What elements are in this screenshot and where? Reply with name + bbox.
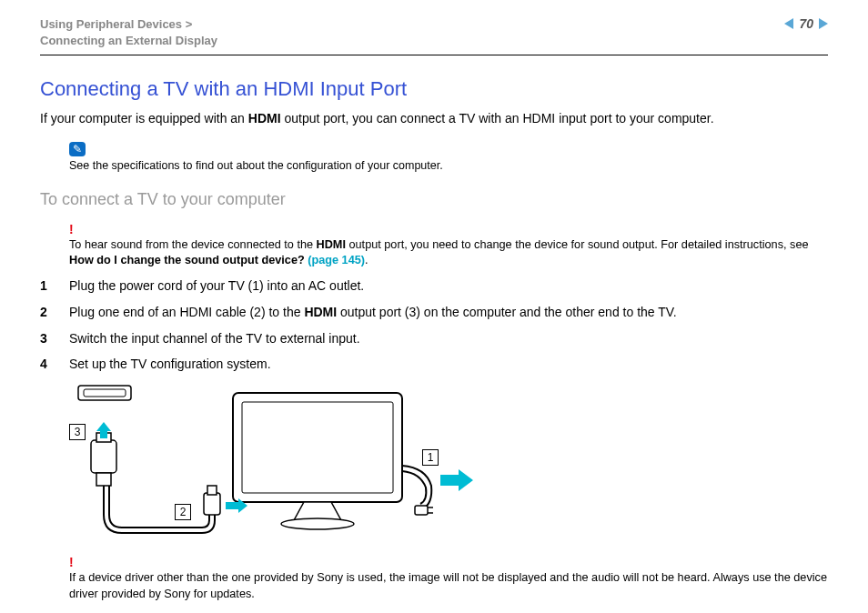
hdmi-cable-icon [104, 486, 215, 533]
intro-paragraph: If your computer is equipped with an HDM… [40, 110, 828, 127]
hdmi-plug-icon [91, 433, 116, 486]
arrow-right-icon [440, 469, 473, 491]
tv-monitor-icon [233, 393, 402, 529]
step-3: 3 Switch the input channel of the TV to … [40, 330, 828, 347]
step-4: 4 Set up the TV configuration system. [40, 356, 828, 373]
note-text: See the specifications to find out about… [69, 158, 828, 173]
breadcrumb-line2: Connecting an External Display [40, 33, 217, 49]
step-number: 4 [40, 356, 53, 373]
note-icon: ✎ [69, 142, 86, 156]
svg-rect-1 [84, 389, 126, 397]
step-text: Plug one end of an HDMI cable (2) to the… [69, 304, 677, 321]
hdmi-port-icon [78, 386, 131, 400]
step-number: 2 [40, 304, 53, 321]
page-header: Using Peripheral Devices > Connecting an… [40, 16, 828, 55]
step-text: Switch the input channel of the TV to ex… [69, 330, 360, 347]
intro-bold: HDMI [248, 111, 281, 126]
svg-rect-2 [91, 440, 116, 473]
svg-rect-8 [242, 402, 393, 493]
warning-icon: ! [69, 222, 828, 236]
note-block: ✎ See the specifications to find out abo… [69, 140, 828, 173]
step-text: Plug the power cord of your TV (1) into … [69, 277, 364, 295]
breadcrumb: Using Peripheral Devices > Connecting an… [40, 16, 217, 49]
page-link-145[interactable]: (page 145) [308, 254, 365, 266]
subheading: To connect a TV to your computer [40, 190, 828, 209]
step-number: 1 [40, 277, 53, 295]
svg-rect-5 [204, 493, 220, 515]
steps-list: 1 Plug the power cord of your TV (1) int… [40, 277, 828, 374]
svg-rect-10 [415, 506, 428, 515]
page-number: 70 [799, 16, 813, 31]
svg-point-9 [281, 518, 354, 529]
warning-icon: ! [69, 555, 828, 569]
warning-text-1: To hear sound from the device connected … [69, 237, 828, 268]
callout-2: 2 [175, 504, 191, 520]
prev-page-icon[interactable] [784, 18, 793, 29]
warning-block-2: ! If a device driver other than the one … [69, 555, 828, 601]
step-text: Set up the TV configuration system. [69, 356, 271, 373]
connection-diagram: 3 2 1 [69, 384, 488, 548]
hdmi-plug2-icon [204, 486, 220, 515]
callout-1: 1 [422, 449, 439, 466]
svg-rect-6 [207, 486, 217, 495]
svg-rect-4 [96, 473, 111, 486]
page-nav: 70 [784, 16, 828, 31]
next-page-icon[interactable] [819, 18, 828, 29]
step-1: 1 Plug the power cord of your TV (1) int… [40, 277, 828, 295]
intro-post: output port, you can connect a TV with a… [281, 111, 714, 126]
callout-3: 3 [69, 424, 86, 440]
power-plug-icon [415, 506, 433, 515]
step-2: 2 Plug one end of an HDMI cable (2) to t… [40, 304, 828, 321]
warning-text-2: If a device driver other than the one pr… [69, 570, 828, 601]
breadcrumb-line1: Using Peripheral Devices > [40, 16, 217, 33]
page-title: Connecting a TV with an HDMI Input Port [40, 77, 828, 101]
step-number: 3 [40, 330, 53, 347]
warning-block-1: ! To hear sound from the device connecte… [69, 222, 828, 268]
intro-pre: If your computer is equipped with an [40, 111, 248, 126]
svg-marker-15 [440, 469, 473, 491]
